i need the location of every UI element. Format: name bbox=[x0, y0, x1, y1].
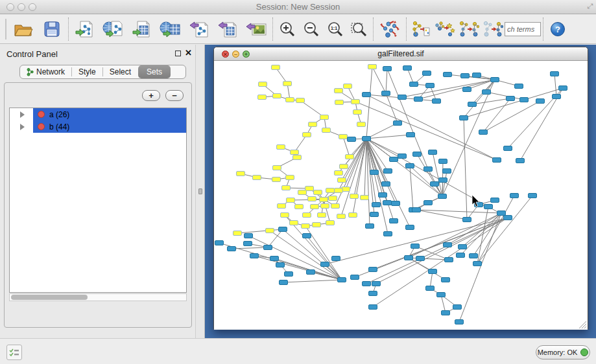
graph-node-yellow[interactable] bbox=[352, 100, 360, 104]
graph-node-yellow[interactable] bbox=[322, 128, 331, 133]
graph-node-blue[interactable] bbox=[438, 194, 447, 199]
graph-node-yellow[interactable] bbox=[337, 214, 346, 219]
graph-node-blue[interactable] bbox=[473, 73, 481, 78]
graph-node-blue[interactable] bbox=[491, 198, 499, 203]
apply-layout-button[interactable] bbox=[375, 16, 404, 42]
graph-node-blue[interactable] bbox=[439, 159, 447, 164]
graph-node-yellow[interactable] bbox=[233, 231, 242, 236]
graph-node-blue[interactable] bbox=[424, 201, 433, 205]
graph-node-blue[interactable] bbox=[250, 254, 259, 258]
add-set-button[interactable]: + bbox=[142, 90, 160, 101]
graph-node-yellow[interactable] bbox=[357, 122, 366, 127]
graph-node-yellow[interactable] bbox=[295, 205, 304, 209]
graph-node-blue[interactable] bbox=[453, 305, 462, 310]
graph-node-blue[interactable] bbox=[406, 164, 414, 168]
graph-node-yellow[interactable] bbox=[259, 82, 267, 87]
graph-node-yellow[interactable] bbox=[293, 155, 302, 160]
zoom-out-button[interactable] bbox=[299, 16, 323, 42]
graph-node-blue[interactable] bbox=[410, 82, 418, 87]
graph-node-blue[interactable] bbox=[363, 93, 371, 97]
network-merge-3-button[interactable] bbox=[457, 16, 481, 42]
graph-node-yellow[interactable] bbox=[335, 100, 344, 105]
graph-node-blue[interactable] bbox=[394, 121, 402, 126]
set-row-a[interactable]: a (26) bbox=[10, 108, 186, 120]
network-canvas[interactable] bbox=[214, 61, 588, 330]
graph-node-blue[interactable] bbox=[457, 253, 465, 258]
graph-node-blue[interactable] bbox=[332, 256, 340, 261]
tab-select[interactable]: Select bbox=[103, 65, 137, 78]
graph-node-blue[interactable] bbox=[383, 201, 392, 205]
graph-node-blue[interactable] bbox=[398, 95, 407, 100]
graph-node-blue[interactable] bbox=[382, 182, 390, 187]
import-table-web-button[interactable] bbox=[156, 16, 185, 42]
network-merge-2-button[interactable] bbox=[433, 16, 457, 42]
graph-node-blue[interactable] bbox=[369, 305, 377, 310]
graph-node-blue[interactable] bbox=[321, 262, 329, 267]
graph-node-blue[interactable] bbox=[437, 293, 446, 297]
graph-node-blue[interactable] bbox=[479, 130, 488, 135]
graph-node-blue[interactable] bbox=[444, 73, 452, 77]
graph-node-blue[interactable] bbox=[516, 159, 525, 163]
scrollbar-thumb[interactable] bbox=[11, 295, 88, 300]
graph-node-blue[interactable] bbox=[228, 247, 236, 251]
graph-node-blue[interactable] bbox=[431, 182, 439, 187]
network-window-titlebar[interactable]: × − + galFiltered.sif bbox=[214, 47, 588, 61]
graph-node-blue[interactable] bbox=[459, 245, 467, 249]
graph-node-yellow[interactable] bbox=[321, 204, 329, 209]
graph-node-blue[interactable] bbox=[348, 137, 356, 142]
expand-triangle-icon[interactable] bbox=[20, 124, 25, 130]
graph-node-blue[interactable] bbox=[383, 67, 392, 71]
graph-node-yellow[interactable] bbox=[298, 190, 307, 195]
graph-node-yellow[interactable] bbox=[326, 188, 335, 193]
graph-node-blue[interactable] bbox=[369, 291, 377, 296]
graph-node-blue[interactable] bbox=[264, 245, 272, 250]
graph-node-blue[interactable] bbox=[444, 243, 452, 247]
graph-node-yellow[interactable] bbox=[272, 177, 281, 182]
zoom-in-button[interactable] bbox=[275, 16, 299, 42]
graph-node-blue[interactable] bbox=[405, 256, 413, 260]
graph-node-yellow[interactable] bbox=[318, 213, 326, 218]
search-input[interactable] bbox=[505, 22, 541, 36]
panel-splitter[interactable] bbox=[195, 45, 205, 339]
graph-node-blue[interactable] bbox=[416, 256, 425, 261]
horizontal-scrollbar[interactable] bbox=[9, 293, 187, 301]
graph-node-blue[interactable] bbox=[382, 91, 390, 96]
graph-node-blue[interactable] bbox=[390, 157, 398, 162]
memory-status-button[interactable]: Memory: OK bbox=[536, 345, 590, 359]
graph-node-yellow[interactable] bbox=[273, 166, 281, 170]
graph-node-yellow[interactable] bbox=[331, 204, 340, 209]
graph-node-blue[interactable] bbox=[307, 270, 315, 275]
graph-node-blue[interactable] bbox=[338, 278, 346, 282]
graph-node-blue[interactable] bbox=[460, 116, 468, 120]
graph-node-blue[interactable] bbox=[551, 72, 559, 76]
remove-set-button[interactable]: − bbox=[165, 90, 184, 101]
graph-node-yellow[interactable] bbox=[344, 84, 352, 89]
graph-node-blue[interactable] bbox=[423, 71, 431, 76]
set-row-b[interactable]: b (44) bbox=[10, 120, 186, 133]
graph-node-blue[interactable] bbox=[379, 193, 387, 198]
tab-style[interactable]: Style bbox=[72, 65, 102, 78]
graph-node-blue[interactable] bbox=[424, 167, 433, 172]
graph-node-yellow[interactable] bbox=[353, 110, 362, 115]
save-session-button[interactable] bbox=[38, 16, 66, 42]
graph-node-blue[interactable] bbox=[442, 278, 450, 282]
graph-node-blue[interactable] bbox=[366, 224, 374, 229]
network-merge-4-button[interactable] bbox=[481, 16, 505, 42]
graph-node-yellow[interactable] bbox=[350, 194, 359, 199]
export-network-button[interactable] bbox=[185, 16, 213, 42]
graph-node-yellow[interactable] bbox=[368, 65, 377, 69]
export-table-button[interactable] bbox=[213, 16, 242, 42]
graph-node-yellow[interactable] bbox=[253, 176, 261, 180]
graph-node-blue[interactable] bbox=[433, 99, 441, 104]
graph-node-blue[interactable] bbox=[529, 194, 537, 198]
graph-node-blue[interactable] bbox=[244, 234, 253, 238]
graph-node-blue[interactable] bbox=[403, 66, 412, 71]
graph-node-yellow[interactable] bbox=[283, 82, 292, 86]
close-panel-icon[interactable]: ✕ bbox=[185, 48, 192, 58]
graph-node-yellow[interactable] bbox=[311, 205, 319, 209]
graph-node-blue[interactable] bbox=[497, 211, 506, 216]
graph-node-yellow[interactable] bbox=[349, 213, 357, 218]
expand-triangle-icon[interactable] bbox=[20, 111, 25, 118]
graph-node-yellow[interactable] bbox=[286, 176, 294, 180]
graph-node-blue[interactable] bbox=[510, 194, 519, 198]
